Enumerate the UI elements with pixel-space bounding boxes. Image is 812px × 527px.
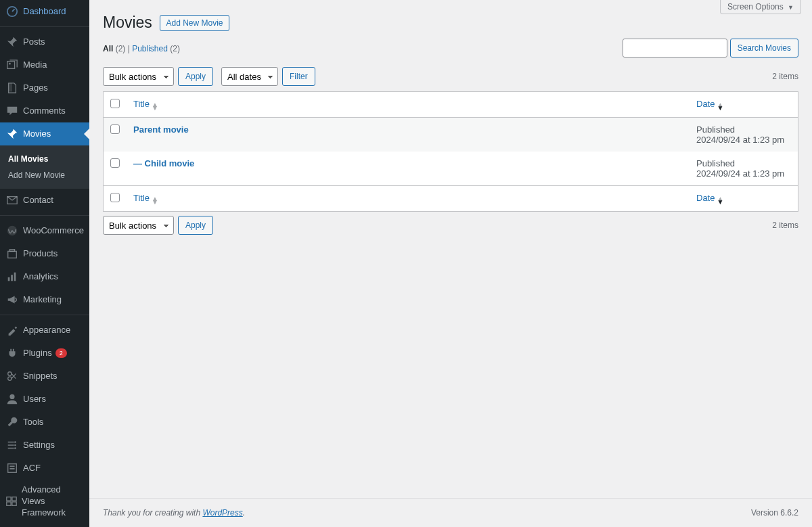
search-box: Search Movies [623,39,798,58]
menu-item-contact[interactable]: Contact [0,189,89,212]
views-icon [5,495,18,508]
svg-point-10 [8,372,12,375]
sort-icon: ▲▼ [717,103,723,110]
menu-item-products[interactable]: Products [0,242,89,265]
pin-icon [5,35,19,49]
submenu-item-all-movies[interactable]: All Movies [0,151,89,167]
menu-label: Settings [23,440,55,451]
tool-icon [5,415,19,429]
svg-rect-17 [9,465,14,467]
row-date: Published2024/09/24 at 1:23 pm [690,152,798,185]
menu-item-snippets[interactable]: Snippets [0,365,89,388]
add-new-button[interactable]: Add New Movie [160,15,229,31]
woo-icon [5,224,19,237]
settings-icon [5,438,19,452]
svg-rect-22 [12,502,16,505]
row-title-link[interactable]: Parent movie [133,124,189,135]
filter-published[interactable]: Published (2) [132,44,180,53]
select-all-checkbox[interactable] [110,99,120,108]
search-input[interactable] [623,39,727,58]
menu-label: Analytics [23,271,58,283]
bulk-actions-select[interactable]: Bulk actions [103,67,174,86]
status-filters: All (2) | Published (2) [103,44,180,53]
analytics-icon [5,270,19,283]
menu-item-dashboard[interactable]: Dashboard [0,0,89,23]
menu-label: Marketing [23,294,62,306]
sort-icon: ▲▼ [152,103,158,110]
menu-label: Media [23,60,47,71]
bulk-actions-select-bottom[interactable]: Bulk actions [103,216,174,235]
menu-label: ACF [23,463,41,474]
media-icon [5,58,19,72]
menu-item-plugins[interactable]: Plugins2 [0,342,89,365]
svg-point-2 [9,63,11,65]
posts-table: Title▲▼ Date▲▼ Parent moviePublished2024… [103,91,798,212]
plugin-icon [5,346,19,360]
col-date-footer[interactable]: Date▲▼ [690,185,798,211]
admin-sidebar: DashboardPostsMediaPagesCommentsMoviesAl… [0,0,89,527]
select-all-checkbox-footer[interactable] [110,193,120,202]
svg-rect-21 [7,502,11,505]
user-icon [5,392,19,406]
menu-item-media[interactable]: Media [0,53,89,76]
svg-point-11 [8,377,12,380]
pin-icon [5,127,19,141]
col-date-header[interactable]: Date▲▼ [690,92,798,118]
items-count-bottom: 2 items [772,221,798,230]
col-title-footer[interactable]: Title▲▼ [127,185,690,211]
menu-item-acf[interactable]: ACF [0,457,89,480]
acf-icon [5,461,19,475]
row-title-link[interactable]: — Child movie [133,158,194,168]
update-badge: 2 [55,348,67,359]
table-row: — Child moviePublished2024/09/24 at 1:23… [104,152,798,185]
product-icon [5,247,19,260]
dates-select[interactable]: All dates [221,67,278,86]
wordpress-link[interactable]: WordPress [202,508,242,518]
screen-options-label: Screen Options [727,2,784,12]
menu-item-users[interactable]: Users [0,388,89,411]
svg-point-15 [14,447,16,449]
sort-icon: ▲▼ [152,197,158,204]
menu-item-tools[interactable]: Tools [0,411,89,434]
row-checkbox[interactable] [110,124,120,134]
menu-item-settings[interactable]: Settings [0,434,89,457]
menu-item-woocommerce[interactable]: WooCommerce [0,219,89,242]
filter-all[interactable]: All (2) [103,44,128,53]
menu-label: Plugins [23,348,52,359]
menu-item-advanced-views-framework[interactable]: Advanced Views Framework [0,480,89,524]
row-checkbox[interactable] [110,158,120,168]
screen-options-button[interactable]: Screen Options ▼ [720,0,801,14]
svg-rect-5 [8,251,17,258]
col-title-header[interactable]: Title▲▼ [127,92,690,118]
comment-icon [5,104,19,118]
submenu-item-add-new-movie[interactable]: Add New Movie [0,167,89,183]
menu-item-appearance[interactable]: Appearance [0,319,89,342]
marketing-icon [5,293,19,306]
apply-button-bottom[interactable]: Apply [178,216,213,235]
filter-button[interactable]: Filter [282,67,315,86]
menu-item-analytics[interactable]: Analytics [0,265,89,288]
menu-label: Movies [23,129,51,140]
svg-point-12 [9,394,14,399]
svg-point-14 [14,444,16,446]
menu-item-pages[interactable]: Pages [0,76,89,99]
menu-item-movies[interactable]: Movies [0,122,89,145]
items-count: 2 items [772,72,798,81]
search-button[interactable]: Search Movies [730,39,798,58]
menu-label: Tools [23,417,43,428]
menu-label: Snippets [23,371,58,382]
svg-rect-19 [7,497,11,501]
menu-label: Contact [23,195,53,206]
appearance-icon [5,323,19,337]
svg-rect-20 [12,497,16,501]
menu-label: Comments [23,106,66,117]
tablenav-bottom: Bulk actions Apply 2 items [103,212,798,239]
version-text: Version 6.6.2 [751,508,798,518]
page-icon [5,81,19,95]
menu-item-marketing[interactable]: Marketing [0,288,89,311]
row-date: Published2024/09/24 at 1:23 pm [690,118,798,152]
menu-item-posts[interactable]: Posts [0,30,89,53]
apply-button[interactable]: Apply [178,67,213,86]
menu-item-comments[interactable]: Comments [0,99,89,122]
menu-label: Appearance [23,325,70,336]
